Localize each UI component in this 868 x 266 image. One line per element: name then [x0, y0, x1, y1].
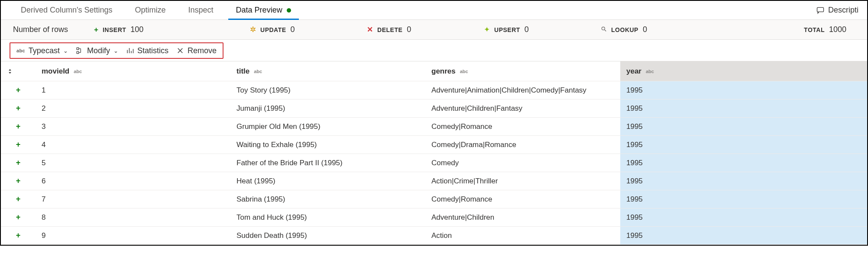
- search-icon: [601, 26, 607, 34]
- stat-name: INSERT: [103, 26, 126, 33]
- cell-movieid: 8: [36, 208, 230, 226]
- cell-movieid: 4: [36, 136, 230, 154]
- typecast-button[interactable]: abc Typecast ⌄: [16, 46, 68, 55]
- cell-genres: Adventure|Animation|Children|Comedy|Fant…: [425, 81, 620, 99]
- cell-title: Sudden Death (1995): [230, 227, 425, 244]
- tab-derived-column-settings[interactable]: Derived Column's Settings: [10, 1, 124, 19]
- stat-value: 1000: [829, 25, 846, 34]
- cell-movieid: 1: [36, 81, 230, 99]
- table-row[interactable]: +6Heat (1995)Action|Crime|Thriller1995: [1, 172, 867, 190]
- highlighted-toolbar-group: abc Typecast ⌄ Modify ⌄ Statistics Remov…: [10, 42, 223, 59]
- cell-genres: Comedy|Romance: [425, 118, 620, 135]
- cell-year: 1995: [620, 208, 867, 226]
- table-row[interactable]: +4Waiting to Exhale (1995)Comedy|Drama|R…: [1, 136, 867, 154]
- cell-title: Jumanji (1995): [230, 99, 425, 117]
- tab-optimize[interactable]: Optimize: [124, 1, 177, 19]
- add-row-icon[interactable]: +: [1, 172, 36, 190]
- stat-update: ✲ UPDATE 0: [250, 25, 367, 34]
- stat-name: LOOKUP: [611, 26, 638, 33]
- x-icon: ✕: [367, 25, 373, 34]
- table-row[interactable]: +8Tom and Huck (1995)Adventure|Children1…: [1, 208, 867, 227]
- cell-title: Sabrina (1995): [230, 190, 425, 208]
- cell-year: 1995: [620, 81, 867, 99]
- table-row[interactable]: +9Sudden Death (1995)Action1995: [1, 227, 867, 245]
- column-header-movieid[interactable]: movieId abc: [36, 61, 230, 81]
- column-header-year[interactable]: year abc: [620, 61, 867, 81]
- button-label: Statistics: [137, 46, 168, 55]
- add-row-icon[interactable]: +: [1, 136, 36, 154]
- cell-title: Grumpier Old Men (1995): [230, 118, 425, 135]
- tab-label: Derived Column's Settings: [21, 6, 113, 15]
- upsert-icon: ✦: [484, 25, 490, 34]
- sun-icon: ✲: [250, 25, 256, 34]
- table-row[interactable]: +5Father of the Bride Part II (1995)Come…: [1, 154, 867, 172]
- cell-title: Toy Story (1995): [230, 81, 425, 99]
- tab-inspect[interactable]: Inspect: [177, 1, 225, 19]
- column-name: year: [626, 67, 641, 76]
- stat-name: UPSERT: [494, 26, 520, 33]
- cell-genres: Action: [425, 227, 620, 244]
- stat-value: 0: [291, 25, 295, 34]
- stat-upsert: ✦ UPSERT 0: [484, 25, 601, 34]
- add-row-icon[interactable]: +: [1, 154, 36, 172]
- table-row[interactable]: +1Toy Story (1995)Adventure|Animation|Ch…: [1, 81, 867, 99]
- rows-label: Number of rows: [13, 25, 68, 34]
- cell-title: Tom and Huck (1995): [230, 208, 425, 226]
- modify-button[interactable]: Modify ⌄: [76, 46, 118, 55]
- add-row-icon[interactable]: +: [1, 118, 36, 135]
- type-badge: abc: [254, 69, 262, 74]
- add-row-icon[interactable]: +: [1, 190, 36, 208]
- remove-button[interactable]: Remove: [176, 46, 217, 55]
- svg-line-2: [605, 29, 606, 31]
- cell-genres: Adventure|Children|Fantasy: [425, 99, 620, 117]
- cell-movieid: 9: [36, 227, 230, 244]
- svg-rect-0: [817, 7, 823, 12]
- sort-column[interactable]: [1, 61, 36, 81]
- type-badge: abc: [646, 69, 654, 74]
- cell-genres: Comedy: [425, 154, 620, 172]
- table-row[interactable]: +3Grumpier Old Men (1995)Comedy|Romance1…: [1, 118, 867, 136]
- cell-year: 1995: [620, 227, 867, 244]
- cell-title: Father of the Bride Part II (1995): [230, 154, 425, 172]
- cell-year: 1995: [620, 190, 867, 208]
- tab-data-preview[interactable]: Data Preview: [225, 1, 302, 19]
- column-header-title[interactable]: title abc: [230, 61, 425, 81]
- table-row[interactable]: +2Jumanji (1995)Adventure|Children|Fanta…: [1, 99, 867, 118]
- tab-label: Inspect: [188, 6, 214, 15]
- plus-icon: +: [94, 26, 98, 34]
- add-row-icon[interactable]: +: [1, 227, 36, 244]
- column-header-genres[interactable]: genres abc: [425, 61, 620, 81]
- svg-rect-3: [77, 48, 79, 50]
- modify-icon: [76, 47, 84, 54]
- add-row-icon[interactable]: +: [1, 99, 36, 117]
- chevron-down-icon: ⌄: [113, 48, 118, 54]
- cell-year: 1995: [620, 118, 867, 135]
- add-row-icon[interactable]: +: [1, 208, 36, 226]
- cell-genres: Action|Crime|Thriller: [425, 172, 620, 190]
- data-table: movieId abc title abc genres abc year ab…: [1, 61, 867, 245]
- stat-name: TOTAL: [804, 26, 825, 33]
- svg-rect-4: [77, 51, 79, 54]
- button-label: Remove: [188, 46, 217, 55]
- comment-icon: [816, 6, 825, 15]
- add-row-icon[interactable]: +: [1, 81, 36, 99]
- cell-year: 1995: [620, 172, 867, 190]
- cell-movieid: 3: [36, 118, 230, 135]
- description-button[interactable]: Descripti: [816, 6, 858, 15]
- stat-insert: + INSERT 100: [94, 25, 250, 34]
- button-label: Modify: [87, 46, 110, 55]
- table-row[interactable]: +7Sabrina (1995)Comedy|Romance1995: [1, 190, 867, 208]
- type-badge: abc: [460, 69, 468, 74]
- cell-movieid: 6: [36, 172, 230, 190]
- cell-title: Heat (1995): [230, 172, 425, 190]
- tab-label: Data Preview: [236, 6, 282, 15]
- stat-total: TOTAL 1000: [718, 25, 855, 34]
- statistics-button[interactable]: Statistics: [126, 46, 168, 55]
- type-badge: abc: [74, 69, 82, 74]
- cell-movieid: 7: [36, 190, 230, 208]
- stat-delete: ✕ DELETE 0: [367, 25, 484, 34]
- stat-value: 100: [130, 25, 143, 34]
- stat-value: 0: [407, 25, 411, 34]
- cell-year: 1995: [620, 99, 867, 117]
- svg-point-1: [602, 27, 605, 30]
